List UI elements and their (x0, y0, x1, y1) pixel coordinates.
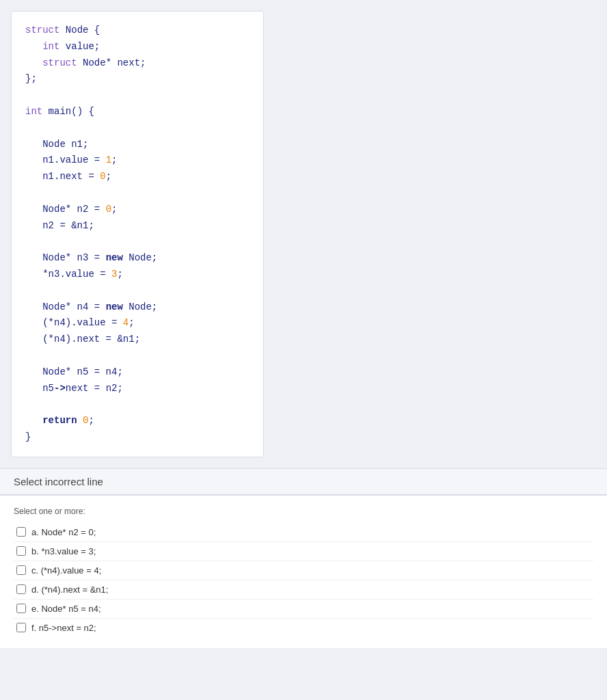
code-line: n1.next = 0; (25, 169, 249, 185)
option-label: f. n5->next = n2; (31, 623, 96, 633)
option-checkbox[interactable] (16, 565, 26, 575)
code-line (25, 120, 249, 137)
code-line: return 0; (25, 413, 249, 429)
code-panel: struct Node { int value; struct Node* ne… (11, 11, 264, 457)
option-item[interactable]: f. n5->next = n2; (14, 619, 593, 637)
code-panel-wrapper: struct Node { int value; struct Node* ne… (0, 0, 607, 468)
code-line: *n3.value = 3; (25, 267, 249, 283)
option-item[interactable]: d. (*n4).next = &n1; (14, 580, 593, 600)
code-line: (*n4).next = &n1; (25, 332, 249, 348)
code-line (25, 348, 249, 364)
option-item[interactable]: e. Node* n5 = n4; (14, 600, 593, 619)
code-line: int main() { (25, 104, 249, 120)
instruction-label: Select one or more: (14, 507, 593, 516)
option-label: c. (*n4).value = 4; (31, 565, 101, 576)
code-line: int value; (25, 39, 249, 55)
option-label: b. *n3.value = 3; (31, 546, 96, 556)
code-line (25, 234, 249, 250)
code-line: struct Node { (25, 23, 249, 39)
option-item[interactable]: c. (*n4).value = 4; (14, 561, 593, 580)
options-section: Select one or more: a. Node* n2 = 0;b. *… (0, 495, 607, 648)
question-section-header: Select incorrect line (0, 468, 607, 495)
code-line: Node* n5 = n4; (25, 364, 249, 381)
code-line (25, 185, 249, 202)
question-title: Select incorrect line (14, 476, 103, 487)
option-checkbox[interactable] (16, 584, 26, 594)
code-line: } (25, 429, 249, 446)
option-checkbox[interactable] (16, 527, 26, 537)
option-checkbox[interactable] (16, 546, 26, 556)
code-line: n5->next = n2; (25, 381, 249, 397)
code-line: Node n1; (25, 137, 249, 153)
option-checkbox[interactable] (16, 623, 26, 632)
code-line (25, 88, 249, 104)
option-label: e. Node* n5 = n4; (31, 604, 101, 614)
main-container: struct Node { int value; struct Node* ne… (0, 0, 607, 648)
code-line: struct Node* next; (25, 55, 249, 72)
option-label: d. (*n4).next = &n1; (31, 584, 108, 595)
options-container: a. Node* n2 = 0;b. *n3.value = 3;c. (*n4… (14, 523, 593, 637)
code-line (25, 396, 249, 413)
code-line (25, 283, 249, 299)
option-label: a. Node* n2 = 0; (31, 527, 96, 537)
option-item[interactable]: b. *n3.value = 3; (14, 542, 593, 561)
option-item[interactable]: a. Node* n2 = 0; (14, 523, 593, 542)
code-line: Node* n2 = 0; (25, 202, 249, 218)
code-line: n2 = &n1; (25, 218, 249, 234)
code-line: n1.value = 1; (25, 152, 249, 169)
code-line: }; (25, 71, 249, 88)
right-panel (264, 11, 596, 457)
code-line: Node* n3 = new Node; (25, 250, 249, 267)
code-line: Node* n4 = new Node; (25, 299, 249, 316)
code-line: (*n4).value = 4; (25, 315, 249, 332)
option-checkbox[interactable] (16, 604, 26, 613)
